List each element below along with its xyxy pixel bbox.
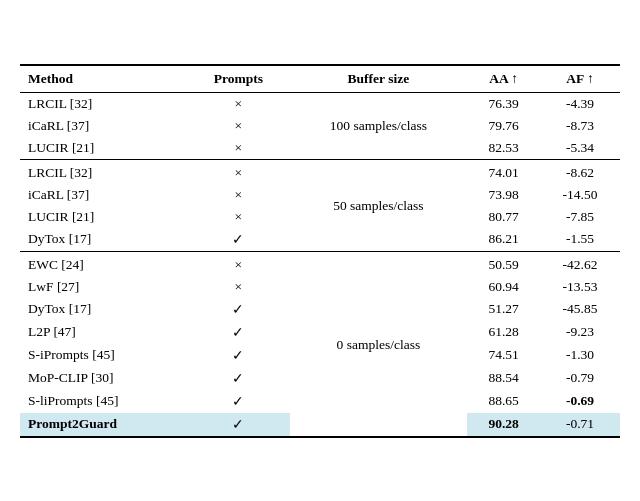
cell-method: Prompt2Guard — [20, 413, 187, 437]
cell-af: -1.30 — [540, 344, 620, 367]
table-row: LRCIL [32]×100 samples/class76.39-4.39 — [20, 92, 620, 115]
cell-prompts: × — [187, 92, 289, 115]
cell-af: -8.73 — [540, 115, 620, 137]
cell-af: -5.34 — [540, 137, 620, 160]
cell-af: -42.62 — [540, 251, 620, 276]
cell-buffer: 50 samples/class — [290, 159, 468, 251]
cell-method: LRCIL [32] — [20, 92, 187, 115]
cell-prompts: × — [187, 251, 289, 276]
cell-prompts: × — [187, 159, 289, 184]
cell-prompts: × — [187, 115, 289, 137]
cell-af: -8.62 — [540, 159, 620, 184]
col-header-buffer: Buffer size — [290, 65, 468, 93]
col-header-aa: AA ↑ — [467, 65, 540, 93]
cell-aa: 74.51 — [467, 344, 540, 367]
cell-prompts: ✓ — [187, 367, 289, 390]
cell-buffer: 0 samples/class — [290, 251, 468, 437]
cell-af: -0.71 — [540, 413, 620, 437]
cell-prompts: ✓ — [187, 298, 289, 321]
cell-af: -1.55 — [540, 228, 620, 252]
cell-aa: 88.65 — [467, 390, 540, 413]
cell-method: iCaRL [37] — [20, 184, 187, 206]
cell-prompts: ✓ — [187, 344, 289, 367]
results-table: Method Prompts Buffer size AA ↑ AF ↑ LRC… — [20, 64, 620, 438]
cell-aa: 60.94 — [467, 276, 540, 298]
cell-aa: 76.39 — [467, 92, 540, 115]
cell-aa: 50.59 — [467, 251, 540, 276]
cell-method: DyTox [17] — [20, 228, 187, 252]
cell-prompts: × — [187, 276, 289, 298]
cell-method: DyTox [17] — [20, 298, 187, 321]
cell-method: LUCIR [21] — [20, 206, 187, 228]
cell-method: MoP-CLIP [30] — [20, 367, 187, 390]
cell-af: -0.79 — [540, 367, 620, 390]
cell-af: -13.53 — [540, 276, 620, 298]
table-row: EWC [24]×0 samples/class50.59-42.62 — [20, 251, 620, 276]
cell-aa: 86.21 — [467, 228, 540, 252]
table-container: Method Prompts Buffer size AA ↑ AF ↑ LRC… — [20, 64, 620, 438]
cell-aa: 61.28 — [467, 321, 540, 344]
cell-aa: 80.77 — [467, 206, 540, 228]
cell-aa: 73.98 — [467, 184, 540, 206]
cell-prompts: × — [187, 184, 289, 206]
cell-aa: 51.27 — [467, 298, 540, 321]
cell-aa: 88.54 — [467, 367, 540, 390]
cell-af: -9.23 — [540, 321, 620, 344]
cell-aa: 90.28 — [467, 413, 540, 437]
cell-af: -14.50 — [540, 184, 620, 206]
cell-prompts: × — [187, 137, 289, 160]
cell-prompts: ✓ — [187, 321, 289, 344]
cell-af: -4.39 — [540, 92, 620, 115]
col-header-af: AF ↑ — [540, 65, 620, 93]
cell-prompts: × — [187, 206, 289, 228]
cell-aa: 82.53 — [467, 137, 540, 160]
cell-af: -7.85 — [540, 206, 620, 228]
cell-method: LwF [27] — [20, 276, 187, 298]
cell-prompts: ✓ — [187, 390, 289, 413]
cell-method: EWC [24] — [20, 251, 187, 276]
table-header-row: Method Prompts Buffer size AA ↑ AF ↑ — [20, 65, 620, 93]
col-header-method: Method — [20, 65, 187, 93]
cell-prompts: ✓ — [187, 228, 289, 252]
cell-aa: 79.76 — [467, 115, 540, 137]
table-row: LRCIL [32]×50 samples/class74.01-8.62 — [20, 159, 620, 184]
cell-af: -45.85 — [540, 298, 620, 321]
cell-method: iCaRL [37] — [20, 115, 187, 137]
cell-af: -0.69 — [540, 390, 620, 413]
cell-aa: 74.01 — [467, 159, 540, 184]
cell-method: LRCIL [32] — [20, 159, 187, 184]
cell-prompts: ✓ — [187, 413, 289, 437]
cell-method: L2P [47] — [20, 321, 187, 344]
col-header-prompts: Prompts — [187, 65, 289, 93]
cell-buffer: 100 samples/class — [290, 92, 468, 159]
cell-method: S-iPrompts [45] — [20, 344, 187, 367]
cell-method: S-liPrompts [45] — [20, 390, 187, 413]
cell-method: LUCIR [21] — [20, 137, 187, 160]
